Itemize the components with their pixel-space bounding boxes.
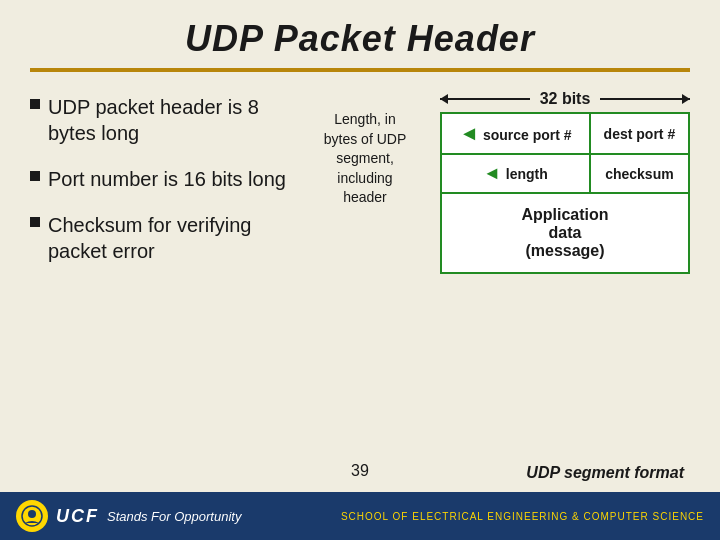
- source-port-cell: ◄ source port #: [441, 113, 590, 154]
- main-content: UDP packet header is 8 bytes long Port n…: [0, 90, 720, 284]
- packet-table: ◄ source port # dest port # ◄ length che…: [440, 112, 690, 274]
- title-divider: [30, 68, 690, 72]
- arrow-indicator: ◄: [459, 122, 479, 145]
- list-item: UDP packet header is 8 bytes long: [30, 94, 290, 146]
- app-data-label: Applicationdata(message): [521, 206, 608, 259]
- table-row: Applicationdata(message): [441, 193, 689, 273]
- length-arrow-left: ◄: [483, 163, 506, 183]
- bullet-icon: [30, 99, 40, 109]
- bullet-text-3: Checksum for verifying packet error: [48, 212, 290, 264]
- udp-format-label: UDP segment format: [526, 464, 684, 482]
- bits-right-arrow: [600, 98, 690, 100]
- ucf-logo: [16, 500, 48, 532]
- table-row: ◄ source port # dest port #: [441, 113, 689, 154]
- dest-port-cell: dest port #: [590, 113, 689, 154]
- app-data-cell: Applicationdata(message): [441, 193, 689, 273]
- bullet-text-2: Port number is 16 bits long: [48, 166, 286, 192]
- packet-diagram: 32 bits ◄ source port # dest port # ◄ le…: [440, 90, 690, 274]
- list-item: Port number is 16 bits long: [30, 166, 290, 192]
- bottom-bar: UCF Stands For Opportunity SCHOOL OF ELE…: [0, 492, 720, 540]
- table-row: ◄ length checksum: [441, 154, 689, 193]
- ucf-logo-icon: [21, 505, 43, 527]
- bottom-left: UCF Stands For Opportunity: [16, 500, 241, 532]
- checksum-cell: checksum: [590, 154, 689, 193]
- list-item: Checksum for verifying packet error: [30, 212, 290, 264]
- bits-label: 32 bits: [530, 90, 601, 108]
- bullet-icon: [30, 171, 40, 181]
- bullet-list: UDP packet header is 8 bytes long Port n…: [30, 90, 290, 284]
- length-cell: ◄ length: [441, 154, 590, 193]
- svg-point-1: [28, 510, 36, 518]
- tagline: Stands For Opportunity: [107, 509, 241, 524]
- title-section: UDP Packet Header: [0, 0, 720, 68]
- bullet-icon: [30, 217, 40, 227]
- length-text: Length, in bytes of UDP segment, includi…: [324, 110, 406, 208]
- bits-label-row: 32 bits: [440, 90, 690, 108]
- school-label: SCHOOL OF ELECTRICAL ENGINEERING & COMPU…: [341, 511, 704, 522]
- length-description: Length, in bytes of UDP segment, includi…: [300, 90, 430, 208]
- slide: UDP Packet Header UDP packet header is 8…: [0, 0, 720, 540]
- page-number: 39: [351, 462, 369, 480]
- ucf-text: UCF: [56, 506, 99, 527]
- bullet-text-1: UDP packet header is 8 bytes long: [48, 94, 290, 146]
- slide-title: UDP Packet Header: [0, 18, 720, 60]
- bits-left-arrow: [440, 98, 530, 100]
